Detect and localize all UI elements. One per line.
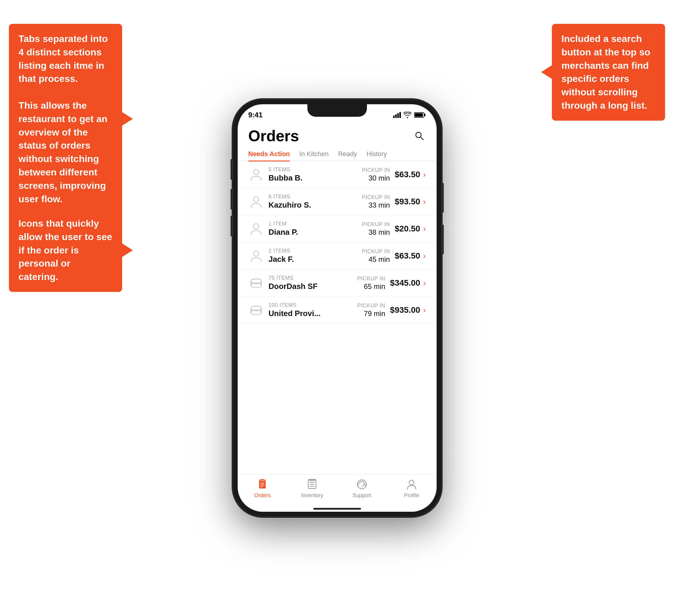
tabs-bar: Needs Action In Kitchen Ready History [238, 147, 437, 161]
nav-item-profile[interactable]: Profile [387, 478, 437, 499]
inventory-nav-icon [306, 478, 318, 491]
home-indicator-bar [313, 508, 361, 510]
profile-nav-label: Profile [404, 492, 419, 499]
pickup-label: PICKUP IN [362, 248, 390, 255]
order-items-count: 2 ITEMS [269, 248, 362, 254]
pickup-label: PICKUP IN [362, 167, 390, 173]
order-row[interactable]: 100 ITEMS United Provi... PICKUP IN 79 m… [238, 297, 437, 324]
phone-frame: 9:41 [233, 99, 441, 517]
nav-item-inventory[interactable]: Inventory [288, 478, 337, 499]
tab-history[interactable]: History [367, 147, 387, 161]
pickup-time: 38 min [362, 228, 390, 236]
bottom-nav: Orders Invento [238, 474, 437, 506]
support-nav-icon [356, 478, 368, 491]
personal-icon [248, 248, 264, 264]
order-name: Kazuhiro S. [269, 200, 362, 210]
chevron-right-icon: › [423, 224, 426, 233]
orders-list: 5 ITEMS Bubba B. PICKUP IN 30 min $63.50… [238, 161, 437, 474]
svg-point-7 [253, 224, 259, 229]
svg-point-8 [253, 251, 259, 256]
pickup-label: PICKUP IN [357, 276, 385, 282]
svg-point-33 [409, 480, 414, 485]
pickup-label: PICKUP IN [362, 194, 390, 200]
orders-nav-label: Orders [254, 492, 270, 499]
battery-icon [414, 112, 426, 118]
tab-in-kitchen[interactable]: In Kitchen [299, 147, 329, 161]
order-name: Bubba B. [269, 173, 362, 183]
order-row[interactable]: 5 ITEMS Bubba B. PICKUP IN 30 min $63.50… [238, 161, 437, 188]
order-price: $935.00 [390, 305, 420, 315]
order-pickup: PICKUP IN 38 min [362, 221, 390, 236]
status-icons [393, 112, 426, 118]
page-title: Orders [248, 127, 299, 145]
order-info: 2 ITEMS Jack F. [269, 248, 362, 264]
svg-point-6 [253, 197, 259, 202]
pickup-time: 33 min [362, 201, 390, 209]
svg-rect-2 [415, 113, 423, 117]
order-name: Diana P. [269, 228, 362, 237]
svg-point-5 [253, 170, 259, 175]
pickup-label: PICKUP IN [357, 303, 385, 309]
tab-needs-action[interactable]: Needs Action [248, 147, 290, 161]
orders-nav-icon [256, 478, 269, 491]
signal-icon [393, 112, 401, 118]
chevron-right-icon: › [423, 251, 426, 261]
order-items-count: 100 ITEMS [269, 302, 357, 308]
app-content: Orders Needs Action In Kitchen Ready His… [238, 121, 437, 512]
annotation-tabs: Tabs separated into 4 distinct sections … [9, 24, 122, 214]
pickup-time: 65 min [357, 282, 385, 291]
svg-line-4 [421, 137, 423, 140]
order-info: 5 ITEMS Bubba B. [269, 167, 362, 183]
home-indicator [238, 506, 437, 512]
order-price: $63.50 [395, 170, 420, 179]
wifi-icon [403, 112, 412, 118]
search-button[interactable] [413, 129, 426, 142]
support-nav-label: Support [352, 492, 371, 499]
order-row[interactable]: 2 ITEMS Jack F. PICKUP IN 45 min $63.50 … [238, 242, 437, 270]
pickup-label: PICKUP IN [362, 221, 390, 228]
order-name: United Provi... [269, 309, 357, 318]
order-name: DoorDash SF [269, 282, 357, 291]
order-pickup: PICKUP IN 30 min [362, 167, 390, 182]
order-info: 75 ITEMS DoorDash SF [269, 275, 357, 291]
svg-rect-22 [260, 479, 264, 481]
annotation-icons: Icons that quickly allow the user to see… [9, 209, 122, 292]
catering-icon [248, 302, 264, 318]
order-info: 6 ITEMS Kazuhiro S. [269, 194, 362, 210]
order-items-count: 6 ITEMS [269, 194, 362, 200]
phone-screen: 9:41 [238, 104, 437, 512]
order-row[interactable]: 6 ITEMS Kazuhiro S. PICKUP IN 33 min $93… [238, 188, 437, 215]
pickup-time: 79 min [357, 309, 385, 318]
inventory-nav-label: Inventory [301, 492, 323, 499]
phone-mockup: 9:41 [233, 99, 441, 517]
order-price: $345.00 [390, 278, 420, 288]
app-header: Orders [238, 121, 437, 147]
nav-item-support[interactable]: Support [337, 478, 387, 499]
chevron-right-icon: › [423, 170, 426, 179]
order-pickup: PICKUP IN 65 min [357, 276, 385, 291]
catering-icon [248, 275, 264, 291]
order-row[interactable]: 1 ITEM Diana P. PICKUP IN 38 min $20.50 … [238, 215, 437, 242]
annotation-search: Included a search button at the top so m… [552, 24, 665, 121]
personal-icon [248, 167, 264, 182]
order-pickup: PICKUP IN 45 min [362, 248, 390, 264]
chevron-right-icon: › [423, 306, 426, 315]
order-row[interactable]: 75 ITEMS DoorDash SF PICKUP IN 65 min $3… [238, 270, 437, 297]
chevron-right-icon: › [423, 197, 426, 206]
order-info: 1 ITEM Diana P. [269, 221, 362, 237]
order-items-count: 75 ITEMS [269, 275, 357, 281]
pickup-time: 30 min [362, 174, 390, 182]
tab-ready[interactable]: Ready [338, 147, 357, 161]
order-price: $20.50 [395, 224, 420, 233]
status-time: 9:41 [248, 111, 263, 119]
notch [307, 104, 367, 117]
order-pickup: PICKUP IN 33 min [362, 194, 390, 209]
order-name: Jack F. [269, 255, 362, 264]
chevron-right-icon: › [423, 279, 426, 288]
order-pickup: PICKUP IN 79 min [357, 303, 385, 318]
svg-point-32 [361, 487, 362, 487]
order-items-count: 5 ITEMS [269, 167, 362, 173]
order-info: 100 ITEMS United Provi... [269, 302, 357, 318]
nav-item-orders[interactable]: Orders [238, 478, 288, 499]
pickup-time: 45 min [362, 255, 390, 264]
